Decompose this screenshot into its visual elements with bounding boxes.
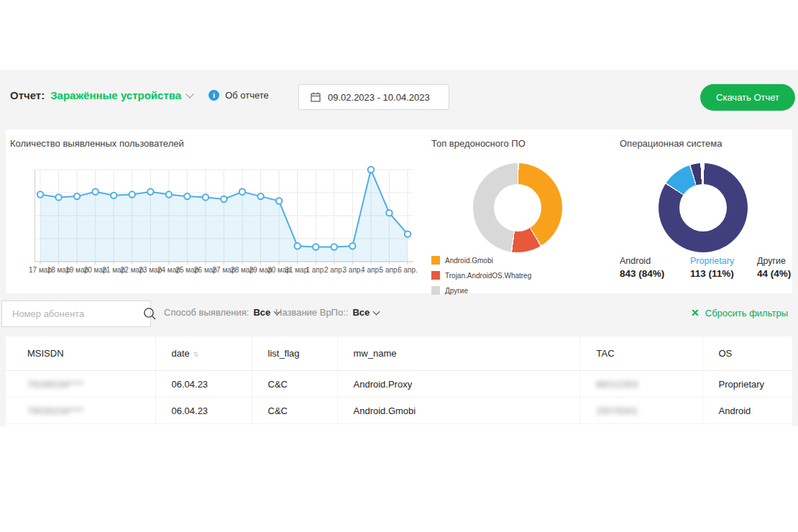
x-axis-label: 3 апр. [343,266,363,274]
malware-name-value: Все [352,307,370,318]
x-axis-label: 1 апр. [306,266,326,274]
column-header-tac: TAC [580,336,702,371]
reset-filters-button[interactable]: ✕ Сбросить фильтры [691,307,788,318]
x-axis-label: 5 апр. [380,266,400,274]
legend-label: Android.Gmobi [445,257,493,265]
about-report-label: Об отчете [225,90,269,101]
charts-card: Количество выявленных пользователей 17 м… [6,129,792,293]
date-range-value: 09.02.2023 - 10.04.2023 [328,92,430,103]
masked-value: 86012303 [597,379,638,390]
os-stat-value: 843 (84%) [620,268,690,279]
malware-legend: Android.GmobiTrojan.AndroidOS.WhatregДру… [431,256,585,301]
malware-name-filter[interactable]: Название ВрПо:: Все [275,307,379,318]
date-range-picker[interactable]: 09.02.2023 - 10.04.2023 [298,84,449,110]
os-stat: Android843 (84%) [620,256,690,279]
os-stat-value: 113 (11%) [690,268,757,279]
reset-filters-label: Сбросить фильтры [705,308,788,318]
cell-mw_name: Android.Proxy [337,371,580,398]
table-header-row: MSISDNdate⇅list_flagmw_nameTACOS [6,336,792,371]
infected-devices-table: MSISDNdate⇅list_flagmw_nameTACOS 7916923… [6,336,792,424]
os-stat-name: Другие [757,256,791,266]
x-icon: ✕ [691,307,700,318]
legend-swatch [431,256,440,265]
line-chart-x-axis: 17 мар18 мар19 мар20 мар21 мар22 мар23 м… [35,266,413,276]
report-label: Отчет: [10,89,45,101]
cell-mw_name: Android.Gmobi [337,398,580,424]
infected-devices-table-card: MSISDNdate⇅list_flagmw_nameTACOS 7916923… [6,336,792,426]
cell-tac: 25078301 [580,398,702,424]
masked-value: 25078301 [597,405,638,416]
masked-value: 79169234**** [27,379,83,390]
donut-hole [679,184,727,231]
dashboard-body: Отчет: Заражённые устройства i Об отчете… [0,70,798,426]
x-axis-label: 2 апр. [324,266,344,274]
malware-chart-title: Топ вредоносного ПО [431,138,526,149]
cell-msisdn: 79035234**** [6,398,155,424]
detection-method-filter[interactable]: Способ выявления: Все [164,307,280,318]
cell-msisdn: 79169234**** [6,371,155,398]
line-chart-title: Количество выявленных пользователей [10,138,184,149]
os-chart-title: Операционная система [620,138,723,149]
report-selector[interactable]: Заражённые устройства [50,89,193,101]
malware-donut-chart [473,163,562,252]
cell-os: Android [702,398,792,424]
table-row: 79169234****06.04.23C&CAndroid.Proxy8601… [6,371,792,398]
cell-list_flag: C&C [252,371,337,398]
legend-label: Другие [445,287,468,295]
chevron-down-icon [185,90,193,98]
info-icon: i [208,90,219,101]
cell-tac: 86012303 [580,371,702,398]
legend-item: Android.Gmobi [431,256,493,265]
download-report-button[interactable]: Скачать Отчет [700,84,795,111]
legend-swatch [431,271,440,280]
detection-method-value: Все [253,307,270,318]
cell-os: Proprietary [702,371,792,398]
column-header-list_flag: list_flag [252,336,337,371]
legend-label: Trojan.AndroidOS.Whatreg [445,272,531,280]
cell-date: 06.04.23 [155,398,252,424]
sort-icon[interactable]: ⇅ [193,351,199,358]
legend-item: Trojan.AndroidOS.Whatreg [431,271,531,280]
column-header-mw_name: mw_name [337,336,580,371]
os-stat: Proprietary113 (11%) [690,256,757,279]
x-axis-label: 6 апр. [398,266,418,274]
report-header: Отчет: Заражённые устройства i Об отчете [10,89,269,101]
table-row: 79035234****06.04.23C&CAndroid.Gmobi2507… [6,398,792,424]
column-header-date[interactable]: date⇅ [155,336,252,371]
legend-swatch [431,286,440,295]
legend-item: Другие [431,286,468,295]
cell-list_flag: C&C [252,398,337,424]
os-stats: Android843 (84%)Proprietary113 (11%)Друг… [620,256,791,279]
os-stat-name: Proprietary [690,256,757,266]
x-axis-label: 4 апр. [361,266,381,274]
users-line-chart [35,165,413,266]
donut-hole [494,184,541,231]
column-header-os: OS [702,336,792,371]
column-header-msisdn: MSISDN [6,336,155,371]
os-donut-chart [659,163,748,252]
detection-method-label: Способ выявления: [164,307,249,318]
cell-date: 06.04.23 [155,371,252,398]
masked-value: 79035234**** [27,405,83,416]
os-stat: Другие44 (4%) [757,256,791,279]
report-name: Заражённые устройства [50,89,181,101]
os-stat-name: Android [620,256,690,266]
calendar-icon [311,92,321,102]
search-input[interactable] [2,308,143,319]
about-report-link[interactable]: i Об отчете [208,90,269,101]
subscriber-search-box [1,301,151,327]
malware-name-label: Название ВрПо:: [275,307,348,318]
search-icon[interactable] [143,307,157,321]
os-stat-value: 44 (4%) [757,268,791,279]
chevron-down-icon [373,308,380,315]
